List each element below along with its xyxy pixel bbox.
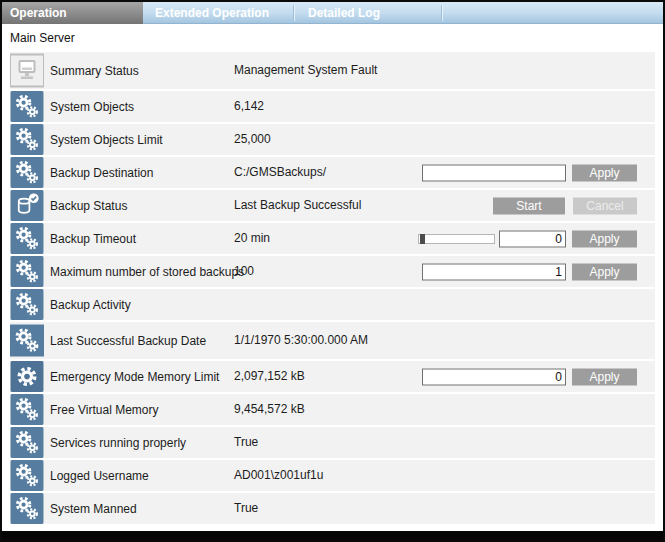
property-row: Services running properlyTrue	[10, 427, 655, 458]
property-row: System MannedTrue	[10, 493, 655, 524]
property-label: Backup Timeout	[50, 223, 232, 254]
property-row: Logged UsernameAD001\z001uf1u	[10, 460, 655, 491]
page-title: Main Server	[2, 24, 663, 52]
apply-button[interactable]: Apply	[572, 164, 637, 181]
property-row: Backup StatusLast Backup SuccessfulStart…	[10, 190, 655, 221]
property-label: Emergency Mode Memory Limit	[50, 361, 232, 392]
property-label: Backup Status	[50, 190, 232, 221]
property-value: Management System Fault	[234, 52, 402, 89]
property-value: Last Backup Successful	[234, 190, 402, 221]
property-label: System Manned	[50, 493, 232, 524]
property-value: 25,000	[234, 124, 402, 155]
property-label: Backup Destination	[50, 157, 232, 188]
property-value: 6,142	[234, 91, 402, 122]
apply-button[interactable]: Apply	[572, 263, 637, 280]
computer-icon	[10, 52, 44, 89]
gears-icon	[10, 91, 44, 122]
property-label: Backup Activity	[50, 289, 232, 320]
property-label: System Objects	[50, 91, 232, 122]
property-label: Logged Username	[50, 460, 232, 491]
property-list: Summary StatusManagement System FaultSys…	[2, 52, 663, 526]
property-value: True	[234, 493, 402, 524]
gears-icon	[10, 289, 44, 320]
cancel-button[interactable]: Cancel	[573, 197, 637, 214]
property-value: C:/GMSBackups/	[234, 157, 402, 188]
gears-icon	[10, 493, 44, 524]
tab-extended-operation[interactable]: Extended Operation	[143, 2, 294, 23]
property-row: System Objects Limit25,000	[10, 124, 655, 155]
property-label: Last Successful Backup Date	[50, 322, 232, 359]
property-value: 100	[234, 256, 402, 287]
timeout-slider[interactable]	[418, 234, 495, 244]
property-row: Backup Timeout20 minApply	[10, 223, 655, 254]
apply-button[interactable]: Apply	[572, 368, 637, 385]
property-value: 2,097,152 kB	[234, 361, 402, 392]
gears-icon	[10, 256, 44, 287]
property-label: Maximum number of stored backups	[50, 256, 232, 287]
property-row: Backup Activity	[10, 289, 655, 320]
property-label: Services running properly	[50, 427, 232, 458]
tab-strip: Extended Operation Detailed Log	[143, 2, 663, 24]
property-row: Free Virtual Memory9,454,572 kB	[10, 394, 655, 425]
property-label: Free Virtual Memory	[50, 394, 232, 425]
apply-button[interactable]: Apply	[572, 230, 637, 247]
property-value: AD001\z001uf1u	[234, 460, 402, 491]
gears-icon	[10, 427, 44, 458]
gears-icon	[10, 460, 44, 491]
property-row: Backup DestinationC:/GMSBackups/Apply	[10, 157, 655, 188]
tab-detailed-log[interactable]: Detailed Log	[295, 2, 442, 23]
value-input[interactable]	[422, 263, 566, 280]
value-input[interactable]	[422, 164, 566, 181]
value-input[interactable]	[499, 230, 566, 247]
property-row: Summary StatusManagement System Fault	[10, 52, 655, 89]
property-value: True	[234, 427, 402, 458]
gears-icon	[10, 124, 44, 155]
property-label: Summary Status	[50, 52, 232, 89]
app-window: Operation Extended Operation Detailed Lo…	[0, 0, 665, 542]
gears-icon	[10, 223, 44, 254]
property-row: Last Successful Backup Date1/1/1970 5:30…	[10, 322, 655, 359]
tab-bar: Operation Extended Operation Detailed Lo…	[2, 2, 663, 24]
property-value: 20 min	[234, 223, 402, 254]
property-row: Emergency Mode Memory Limit2,097,152 kBA…	[10, 361, 655, 392]
property-value	[234, 289, 402, 320]
property-value: 9,454,572 kB	[234, 394, 402, 425]
start-button[interactable]: Start	[493, 197, 565, 214]
property-label: System Objects Limit	[50, 124, 232, 155]
gears-icon	[10, 394, 44, 425]
value-input[interactable]	[422, 368, 566, 385]
gear-icon	[10, 361, 44, 392]
database-check-icon	[10, 190, 44, 221]
gears-icon	[10, 157, 44, 188]
property-value: 1/1/1970 5:30:00.000 AM	[234, 322, 402, 359]
property-row: Maximum number of stored backups100Apply	[10, 256, 655, 287]
bottom-bar	[2, 531, 663, 540]
slider-handle[interactable]	[420, 234, 425, 244]
gears-icon	[10, 322, 44, 359]
tab-operation[interactable]: Operation	[2, 2, 143, 24]
property-row: System Objects6,142	[10, 91, 655, 122]
tab-separator	[442, 5, 443, 21]
